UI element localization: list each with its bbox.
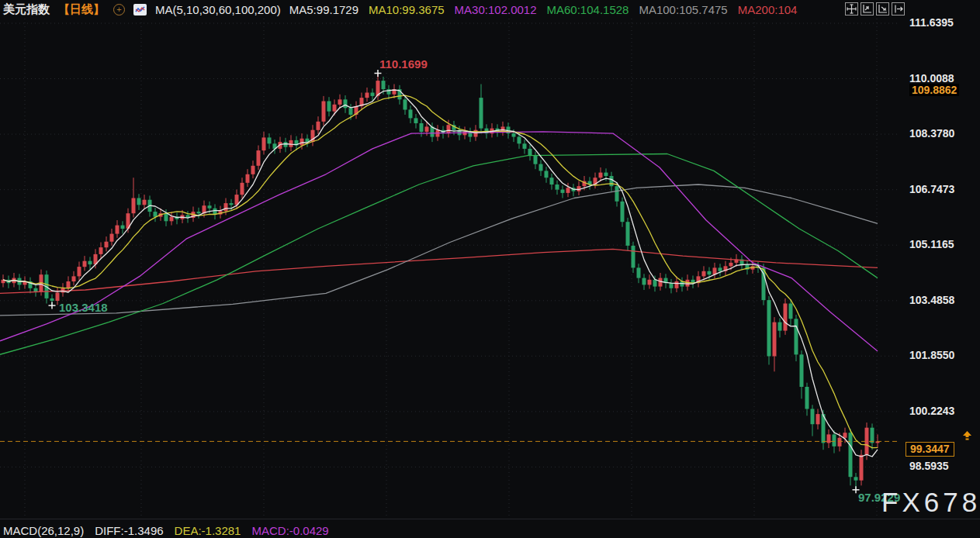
candle-body xyxy=(349,108,353,115)
add-circle-icon[interactable]: + xyxy=(113,4,125,16)
candle-body xyxy=(143,200,147,205)
ma-line-ma10 xyxy=(3,95,878,447)
candle-body xyxy=(637,267,641,278)
candle-body xyxy=(800,354,804,387)
ma-legend-item: MA100:105.7475 xyxy=(639,3,727,16)
candle-body xyxy=(72,276,76,281)
candle-body xyxy=(670,283,674,288)
candle-body xyxy=(604,173,608,176)
pane-divider xyxy=(0,519,980,519)
candle-body xyxy=(561,190,565,193)
candle-body xyxy=(289,140,293,147)
candle-body xyxy=(632,246,635,268)
candle-body xyxy=(566,188,570,193)
candle-body xyxy=(262,137,266,150)
kline-chart-icon[interactable] xyxy=(133,4,147,16)
candle-body xyxy=(154,212,158,217)
candle-body xyxy=(317,122,320,130)
candle-body xyxy=(300,139,304,146)
candle-body xyxy=(610,176,614,186)
candle-body xyxy=(512,133,516,136)
candle-body xyxy=(78,267,81,276)
axis-zoom-left-glyph xyxy=(862,4,872,14)
macd-value: DIFF:-1.3496 xyxy=(95,524,163,537)
candle-body xyxy=(778,322,782,331)
y-axis-tick: 110.0088 xyxy=(909,72,954,84)
macd-params-label[interactable]: MACD(26,12,9) xyxy=(3,524,84,537)
candle-body xyxy=(480,98,483,129)
candle-body xyxy=(425,126,429,132)
candle-body xyxy=(170,217,174,222)
candle-body xyxy=(110,234,114,242)
candle-body xyxy=(854,477,858,480)
fx678-watermark: FX678 xyxy=(881,487,980,518)
candle-body xyxy=(164,213,168,221)
candle-body xyxy=(621,202,625,222)
candle-body xyxy=(843,433,847,438)
candle-body xyxy=(827,434,831,443)
candle-body xyxy=(528,149,532,156)
y-axis-tick: 106.7473 xyxy=(909,183,954,195)
candle-body xyxy=(268,137,272,143)
crosshair-icon[interactable] xyxy=(845,2,858,16)
candle-body xyxy=(860,455,864,481)
candle-body xyxy=(197,212,201,213)
candles[interactable] xyxy=(2,74,880,490)
trading-chart-app: 110.1699103.341897.9229 美元指数 【日线】 + MA(5… xyxy=(0,0,980,538)
candle-body xyxy=(371,93,375,96)
symbol-title: 美元指数 xyxy=(3,2,50,17)
candle-body xyxy=(132,198,136,214)
candle-body xyxy=(99,247,103,254)
period-label[interactable]: 【日线】 xyxy=(58,2,105,17)
candle-body xyxy=(88,261,92,264)
y-axis-tick: 108.3780 xyxy=(909,127,954,140)
macd-pane-header: MACD(26,12,9) DIFF:-1.3496DEA:-1.3281MAC… xyxy=(3,524,329,537)
exit-right-icon[interactable] xyxy=(892,2,905,16)
ma-line-ma30 xyxy=(0,132,878,351)
candle-body xyxy=(642,278,646,285)
visible-high-price-label: 109.8862 xyxy=(909,84,959,96)
candle-body xyxy=(545,171,549,178)
ma-legend-item: MA200:104 xyxy=(738,3,798,16)
extreme-price-annotation: 103.3418 xyxy=(59,301,108,314)
candle-body xyxy=(116,226,119,234)
chart-toolbar xyxy=(845,2,905,16)
candlestick-chart[interactable]: 110.1699103.341897.9229 xyxy=(0,0,980,538)
candle-body xyxy=(534,156,538,164)
ma-legend-item: MA60:104.1528 xyxy=(547,3,629,16)
candle-body xyxy=(83,261,87,267)
candle-body xyxy=(653,280,657,287)
ma-params-label[interactable]: MA(5,10,30,60,100,200) xyxy=(155,3,281,16)
candle-body xyxy=(137,198,141,205)
exit-right-glyph xyxy=(893,4,903,14)
candle-body xyxy=(729,263,733,266)
candle-body xyxy=(838,438,842,447)
candle-body xyxy=(599,173,603,178)
candle-body xyxy=(675,281,679,288)
ma-legend-item: MA30:102.0012 xyxy=(455,3,537,16)
candle-body xyxy=(816,414,820,424)
extreme-price-annotation: 110.1699 xyxy=(379,57,428,71)
last-price-label: 99.3447 xyxy=(906,442,954,457)
candle-body xyxy=(409,109,413,118)
candle-body xyxy=(251,166,255,174)
kline-chart-glyph xyxy=(135,5,145,14)
candle-body xyxy=(208,205,212,209)
candle-body xyxy=(789,304,793,319)
ma-line-ma200 xyxy=(0,249,878,293)
ma-legend: MA5:99.1729MA10:99.3675MA30:102.0012MA60… xyxy=(289,3,798,16)
axis-zoom-left-icon[interactable] xyxy=(861,2,874,16)
candle-body xyxy=(322,102,326,122)
candle-body xyxy=(382,81,386,89)
candle-body xyxy=(224,203,228,211)
candle-body xyxy=(414,118,418,123)
candle-body xyxy=(550,178,554,185)
candle-body xyxy=(344,99,348,108)
candle-body xyxy=(246,174,250,183)
chart-header: 美元指数 【日线】 + MA(5,10,30,60,100,200) MA5:9… xyxy=(3,0,797,19)
candle-body xyxy=(539,164,543,171)
candle-body xyxy=(767,300,771,356)
candle-body xyxy=(795,319,798,354)
candle-body xyxy=(213,209,217,215)
axis-zoom-right-icon[interactable] xyxy=(876,2,889,16)
